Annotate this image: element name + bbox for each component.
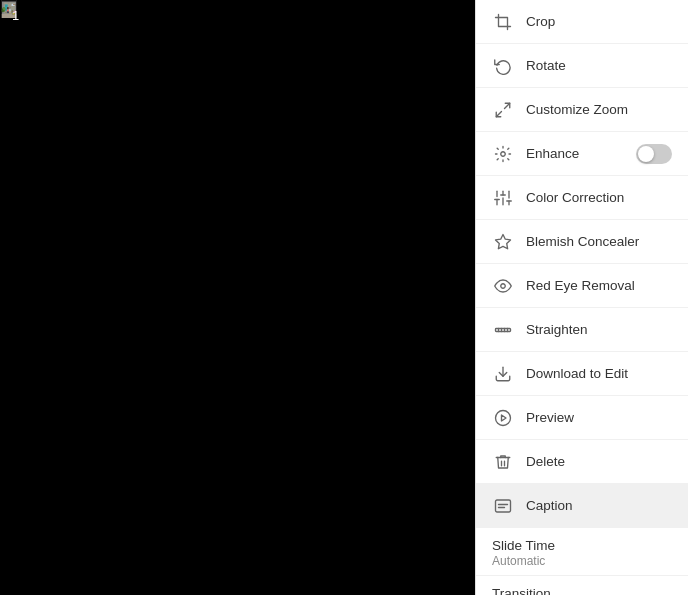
crop-icon: [492, 11, 514, 33]
svg-point-27: [9, 7, 10, 8]
delete-icon: [492, 451, 514, 473]
red-eye-removal-label: Red Eye Removal: [526, 278, 672, 293]
caption-icon: [492, 495, 514, 517]
menu-item-transition[interactable]: Transition Automatic: [476, 576, 688, 595]
svg-point-14: [3, 7, 5, 10]
color-correction-icon: [492, 187, 514, 209]
svg-rect-40: [499, 17, 508, 26]
menu-item-straighten[interactable]: Straighten: [476, 308, 688, 352]
menu-item-caption[interactable]: Caption: [476, 484, 688, 528]
blemish-concealer-label: Blemish Concealer: [526, 234, 672, 249]
red-eye-icon: [492, 275, 514, 297]
photo-panel: 1: [0, 0, 475, 595]
menu-item-enhance[interactable]: Enhance: [476, 132, 688, 176]
svg-rect-3: [5, 5, 7, 8]
transition-label: Transition: [492, 586, 551, 595]
slide-time-content: Slide Time Automatic: [492, 538, 555, 568]
menu-item-red-eye-removal[interactable]: Red Eye Removal: [476, 264, 688, 308]
svg-point-15: [13, 4, 14, 5]
menu-item-preview[interactable]: Preview: [476, 396, 688, 440]
svg-point-43: [501, 151, 506, 156]
customize-zoom-label: Customize Zoom: [526, 102, 672, 117]
svg-rect-39: [2, 0, 16, 2]
menu-item-color-correction[interactable]: Color Correction: [476, 176, 688, 220]
menu-item-crop[interactable]: Crop: [476, 0, 688, 44]
transition-content: Transition Automatic: [492, 586, 551, 595]
toggle-knob: [638, 146, 654, 162]
menu-item-download-to-edit[interactable]: Download to Edit: [476, 352, 688, 396]
caption-label: Caption: [526, 498, 672, 513]
slide-time-label: Slide Time: [492, 538, 555, 553]
crop-label: Crop: [526, 14, 672, 29]
svg-rect-23: [8, 11, 9, 13]
svg-point-53: [501, 283, 506, 288]
menu-item-delete[interactable]: Delete: [476, 440, 688, 484]
svg-point-60: [496, 410, 511, 425]
menu-panel: Crop Rotate Customize Zoom Enhance Color…: [475, 0, 688, 595]
download-to-edit-label: Download to Edit: [526, 366, 672, 381]
rotate-label: Rotate: [526, 58, 672, 73]
preview-icon: [492, 407, 514, 429]
download-icon: [492, 363, 514, 385]
straighten-label: Straighten: [526, 322, 672, 337]
menu-item-rotate[interactable]: Rotate: [476, 44, 688, 88]
photo-number: 1: [12, 8, 19, 23]
menu-item-blemish-concealer[interactable]: Blemish Concealer: [476, 220, 688, 264]
svg-line-41: [505, 103, 510, 108]
slide-time-sub: Automatic: [492, 554, 555, 568]
svg-rect-29: [10, 11, 11, 14]
svg-point-16: [15, 4, 16, 5]
delete-label: Delete: [526, 454, 672, 469]
color-correction-label: Color Correction: [526, 190, 672, 205]
svg-rect-62: [496, 500, 511, 512]
svg-point-21: [7, 7, 8, 8]
preview-label: Preview: [526, 410, 672, 425]
enhance-toggle[interactable]: [636, 144, 672, 164]
zoom-icon: [492, 99, 514, 121]
menu-item-customize-zoom[interactable]: Customize Zoom: [476, 88, 688, 132]
menu-item-slide-time[interactable]: Slide Time Automatic: [476, 528, 688, 576]
svg-rect-28: [9, 11, 10, 14]
enhance-icon: [492, 143, 514, 165]
rotate-icon: [492, 55, 514, 77]
straighten-icon: [492, 319, 514, 341]
svg-rect-22: [7, 11, 8, 13]
svg-line-42: [496, 111, 501, 116]
blemish-icon: [492, 231, 514, 253]
svg-rect-54: [496, 328, 511, 331]
enhance-label: Enhance: [526, 146, 636, 161]
svg-marker-61: [502, 415, 507, 421]
